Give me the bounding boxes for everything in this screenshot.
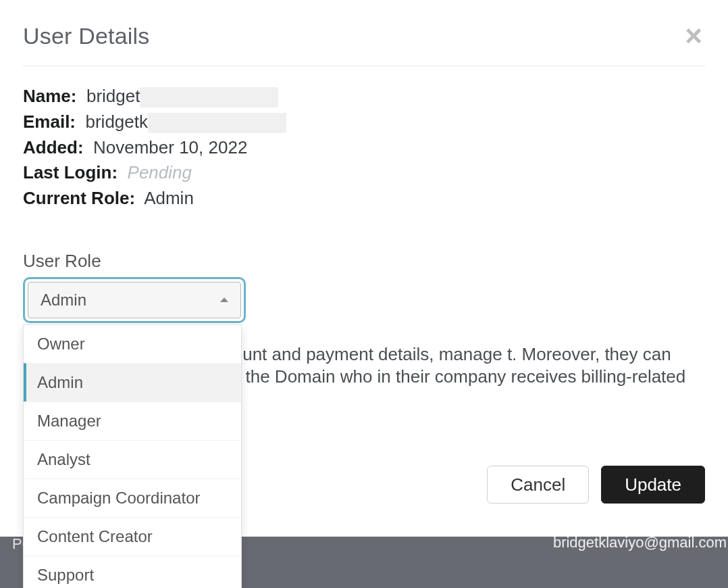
redacted-name (140, 87, 278, 107)
role-option-owner[interactable]: Owner (24, 325, 241, 363)
name-value: bridget (86, 86, 140, 106)
close-button[interactable]: × (685, 27, 702, 45)
detail-row-last-login: Last Login: Pending (23, 162, 705, 185)
email-label: Email: (23, 112, 76, 132)
modal-title: User Details (23, 23, 705, 49)
role-section: User Role Admin Owner Admin Manager Anal… (23, 251, 705, 459)
user-details-block: Name: bridget Email: bridgetk Added: Nov… (23, 85, 705, 210)
role-option-content-creator[interactable]: Content Creator (24, 517, 241, 556)
role-dropdown: Owner Admin Manager Analyst Campaign Coo… (23, 324, 242, 588)
detail-row-name: Name: bridget (23, 85, 705, 108)
role-option-campaign-coordinator[interactable]: Campaign Coordinator (24, 479, 241, 517)
added-value: November 10, 2022 (93, 137, 247, 157)
cancel-button[interactable]: Cancel (487, 466, 589, 504)
name-label: Name: (23, 86, 76, 106)
last-login-label: Last Login: (23, 162, 118, 182)
close-icon: × (685, 19, 702, 52)
last-login-value: Pending (128, 162, 192, 182)
divider (23, 66, 705, 66)
redacted-email (148, 113, 286, 133)
role-option-support[interactable]: Support (24, 556, 241, 588)
added-label: Added: (23, 137, 84, 157)
role-select-value: Admin (41, 291, 86, 310)
role-select-focus-ring: Admin (23, 277, 246, 323)
role-option-manager[interactable]: Manager (24, 401, 241, 440)
update-button[interactable]: Update (601, 466, 705, 504)
user-details-modal: × User Details Name: bridget Email: brid… (0, 0, 728, 526)
role-select-wrap: Admin Owner Admin Manager Analyst Campai… (23, 277, 246, 323)
role-option-admin[interactable]: Admin (24, 363, 241, 401)
detail-row-current-role: Current Role: Admin (23, 187, 705, 210)
detail-row-added: Added: November 10, 2022 (23, 137, 705, 160)
role-option-analyst[interactable]: Analyst (24, 440, 241, 479)
current-role-value: Admin (144, 188, 194, 208)
footer-email: bridgetklaviyo@gmail.com (553, 534, 727, 552)
email-value: bridgetk (85, 112, 148, 132)
detail-row-email: Email: bridgetk (23, 111, 705, 134)
current-role-label: Current Role: (23, 188, 135, 208)
role-select[interactable]: Admin (28, 282, 241, 318)
caret-up-icon (220, 297, 228, 302)
user-role-label: User Role (23, 251, 705, 272)
